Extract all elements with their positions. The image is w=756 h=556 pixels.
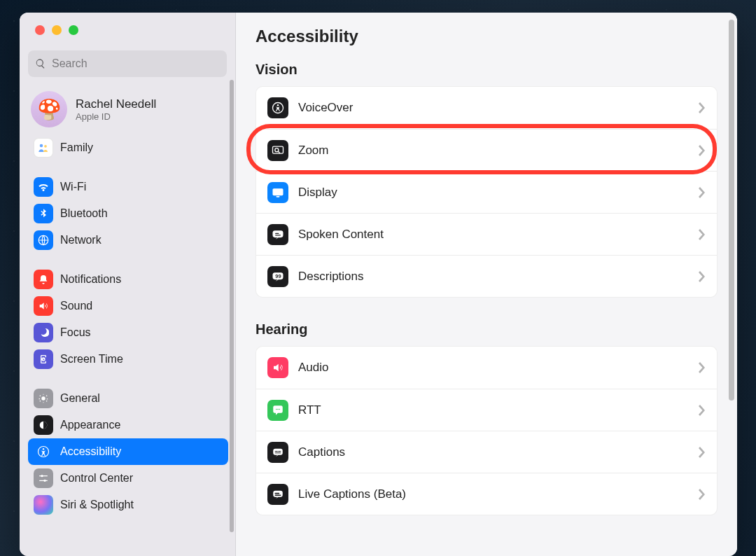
main-content: Accessibility Vision VoiceOver Zoom bbox=[236, 13, 737, 556]
sidebar-item-family[interactable]: Family bbox=[28, 134, 228, 161]
sidebar-item-label: Sound bbox=[60, 300, 92, 312]
svg-point-19 bbox=[279, 408, 281, 410]
row-captions[interactable]: Captions bbox=[256, 431, 717, 473]
row-label: Zoom bbox=[298, 144, 689, 158]
minimize-button[interactable] bbox=[52, 25, 62, 35]
sidebar-list: 🍄 Rachel Needell Apple ID Family Wi-Fi bbox=[20, 83, 235, 527]
accessibility-icon bbox=[34, 442, 53, 461]
row-rtt[interactable]: RTT bbox=[256, 389, 717, 431]
row-audio[interactable]: Audio bbox=[256, 347, 717, 389]
chevron-right-icon bbox=[699, 271, 706, 282]
sidebar-item-label: Family bbox=[60, 141, 93, 154]
hearing-card: Audio RTT Captions bbox=[255, 346, 718, 515]
svg-point-1 bbox=[44, 145, 47, 148]
voiceover-icon bbox=[267, 97, 288, 118]
siri-icon bbox=[34, 495, 53, 515]
row-descriptions[interactable]: 99 Descriptions bbox=[256, 255, 717, 297]
sidebar-item-label: Notifications bbox=[60, 273, 121, 286]
search-input[interactable] bbox=[52, 57, 220, 70]
section-title-hearing: Hearing bbox=[255, 321, 718, 338]
row-label: Spoken Content bbox=[298, 228, 689, 242]
captions-icon bbox=[267, 442, 288, 463]
sidebar-item-network[interactable]: Network bbox=[28, 227, 228, 253]
sidebar: 🍄 Rachel Needell Apple ID Family Wi-Fi bbox=[20, 13, 236, 556]
sidebar-item-accessibility[interactable]: Accessibility bbox=[28, 438, 228, 465]
sidebar-item-label: Network bbox=[60, 234, 102, 246]
account-subtitle: Apple ID bbox=[76, 111, 156, 122]
sidebar-item-label: Control Center bbox=[60, 472, 133, 485]
svg-rect-20 bbox=[273, 448, 283, 454]
window-controls bbox=[20, 13, 235, 42]
notifications-icon bbox=[34, 270, 53, 289]
zoom-icon bbox=[267, 140, 288, 161]
sidebar-item-notifications[interactable]: Notifications bbox=[28, 266, 228, 293]
close-button[interactable] bbox=[35, 25, 45, 35]
svg-point-11 bbox=[275, 148, 279, 151]
chevron-right-icon bbox=[699, 187, 706, 198]
chevron-right-icon bbox=[699, 145, 706, 156]
sidebar-item-label: Screen Time bbox=[60, 353, 123, 366]
sidebar-item-bluetooth[interactable]: Bluetooth bbox=[28, 200, 228, 227]
wifi-icon bbox=[34, 177, 53, 197]
svg-point-0 bbox=[40, 144, 43, 148]
sidebar-scrollbar[interactable] bbox=[230, 80, 234, 532]
svg-rect-14 bbox=[273, 230, 284, 237]
sidebar-item-wifi[interactable]: Wi-Fi bbox=[28, 174, 228, 200]
display-icon bbox=[267, 182, 288, 203]
spoken-content-icon bbox=[267, 224, 288, 245]
live-captions-icon bbox=[267, 484, 288, 505]
row-label: Display bbox=[298, 186, 689, 200]
sidebar-item-general[interactable]: General bbox=[28, 385, 228, 412]
svg-rect-22 bbox=[275, 492, 280, 494]
svg-point-18 bbox=[277, 408, 279, 410]
chevron-right-icon bbox=[699, 229, 706, 240]
svg-point-17 bbox=[276, 408, 277, 410]
rtt-icon bbox=[267, 400, 288, 421]
row-display[interactable]: Display bbox=[256, 171, 717, 213]
sidebar-item-focus[interactable]: Focus bbox=[28, 319, 228, 346]
main-scrollbar[interactable] bbox=[729, 20, 734, 549]
chevron-right-icon bbox=[699, 362, 706, 373]
sidebar-item-label: Bluetooth bbox=[60, 207, 108, 220]
row-label: Live Captions (Beta) bbox=[298, 487, 689, 501]
svg-rect-23 bbox=[275, 494, 281, 496]
sidebar-item-label: Accessibility bbox=[60, 445, 121, 458]
sidebar-item-account[interactable]: 🍄 Rachel Needell Apple ID bbox=[28, 87, 228, 134]
descriptions-icon: 99 bbox=[267, 266, 288, 287]
row-label: Audio bbox=[298, 361, 689, 375]
svg-rect-13 bbox=[276, 196, 280, 197]
row-label: Captions bbox=[298, 445, 689, 459]
sidebar-item-control-center[interactable]: Control Center bbox=[28, 465, 228, 492]
svg-rect-10 bbox=[273, 146, 284, 153]
focus-icon bbox=[34, 323, 53, 342]
sidebar-item-label: Appearance bbox=[60, 419, 120, 431]
page-title: Accessibility bbox=[255, 27, 718, 46]
sidebar-item-label: Focus bbox=[60, 326, 91, 339]
sidebar-item-sound[interactable]: Sound bbox=[28, 293, 228, 319]
svg-point-9 bbox=[277, 104, 279, 106]
control-center-icon bbox=[34, 468, 53, 488]
row-label: VoiceOver bbox=[298, 101, 689, 115]
row-voiceover[interactable]: VoiceOver bbox=[256, 87, 717, 129]
row-spoken-content[interactable]: Spoken Content bbox=[256, 213, 717, 255]
svg-point-6 bbox=[41, 475, 43, 477]
network-icon bbox=[34, 230, 53, 250]
sidebar-item-label: Wi-Fi bbox=[60, 181, 86, 193]
row-live-captions[interactable]: Live Captions (Beta) bbox=[256, 473, 717, 515]
family-icon bbox=[34, 138, 53, 158]
row-zoom[interactable]: Zoom bbox=[256, 129, 717, 171]
sidebar-item-appearance[interactable]: Appearance bbox=[28, 412, 228, 438]
chevron-right-icon bbox=[699, 102, 706, 113]
fullscreen-button[interactable] bbox=[69, 25, 78, 35]
sidebar-item-siri-spotlight[interactable]: Siri & Spotlight bbox=[28, 492, 228, 518]
settings-window: 🍄 Rachel Needell Apple ID Family Wi-Fi bbox=[20, 13, 737, 556]
row-label: Descriptions bbox=[298, 270, 689, 284]
sound-icon bbox=[34, 296, 53, 316]
vision-card: VoiceOver Zoom Display bbox=[255, 86, 718, 298]
general-icon bbox=[34, 389, 53, 408]
search-field-container[interactable] bbox=[28, 50, 227, 77]
chevron-right-icon bbox=[699, 447, 706, 458]
section-title-vision: Vision bbox=[255, 62, 718, 78]
avatar: 🍄 bbox=[31, 91, 67, 127]
sidebar-item-screen-time[interactable]: Screen Time bbox=[28, 346, 228, 373]
